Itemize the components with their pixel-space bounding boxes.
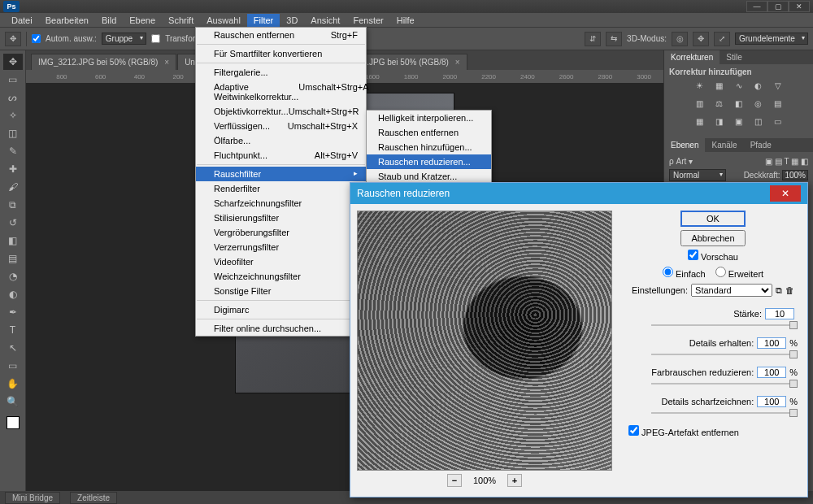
lookup-icon[interactable]: ▦ xyxy=(693,115,706,127)
type-tool[interactable]: T xyxy=(3,322,23,338)
shape-tool[interactable]: ▭ xyxy=(3,358,23,374)
document-tab[interactable]: IMG_3212.JPG bei 50% (RGB/8)× xyxy=(31,54,176,70)
close-tab-icon[interactable]: × xyxy=(164,58,169,67)
filter-menu-item[interactable]: Verflüssigen...Umschalt+Strg+X xyxy=(196,119,366,133)
preview-checkbox-label[interactable]: Vorschau xyxy=(688,250,738,262)
magic-wand-tool[interactable]: ✧ xyxy=(3,107,23,124)
tab-timeline[interactable]: Zeitleiste xyxy=(70,492,117,504)
curves-icon[interactable]: ∿ xyxy=(733,80,746,91)
filter-menu-item[interactable]: Sonstige Filter xyxy=(196,284,366,298)
auto-select-target-dropdown[interactable]: Gruppe xyxy=(102,33,146,45)
h-align-icon[interactable]: ⇆ xyxy=(606,32,622,46)
filter-menu-item[interactable]: Stilisierungsfilter xyxy=(196,211,366,225)
close-button[interactable]: ✕ xyxy=(789,1,810,12)
gradient-map-icon[interactable]: ▭ xyxy=(772,115,785,127)
auto-select-checkbox[interactable] xyxy=(32,34,41,43)
tab-minibridge[interactable]: Mini Bridge xyxy=(5,492,60,504)
filter-menu-item[interactable]: Vergröberungsfilter xyxy=(196,225,366,240)
ok-button[interactable]: OK xyxy=(680,211,746,227)
dialog-titlebar[interactable]: Rauschen reduzieren ✕ xyxy=(350,183,807,204)
eraser-tool[interactable]: ◧ xyxy=(3,232,23,249)
tab-styles[interactable]: Stile xyxy=(720,50,748,64)
stamp-tool[interactable]: ⧉ xyxy=(3,197,23,213)
brightness-icon[interactable]: ☀ xyxy=(693,80,706,91)
menu-ebene[interactable]: Ebene xyxy=(123,14,162,27)
mode-simple-radio[interactable]: Einfach xyxy=(663,267,706,279)
menu-datei[interactable]: Datei xyxy=(5,14,39,27)
filter-menu-item[interactable]: Rauschfilter xyxy=(196,167,366,181)
slider-thumb[interactable] xyxy=(789,350,798,358)
menu-hilfe[interactable]: Hilfe xyxy=(390,14,421,27)
menu-ansicht[interactable]: Ansicht xyxy=(304,14,346,27)
exposure-icon[interactable]: ◐ xyxy=(752,80,765,91)
zoom-tool[interactable]: 🔍 xyxy=(3,393,23,410)
filter-menu-item[interactable]: Filtergalerie... xyxy=(196,65,366,80)
dialog-close-button[interactable]: ✕ xyxy=(770,185,801,202)
save-preset-icon[interactable]: ⧉ xyxy=(776,285,782,296)
marquee-tool[interactable]: ▭ xyxy=(3,72,23,88)
filter-menu-item[interactable]: Filter online durchsuchen... xyxy=(196,321,366,336)
slider-thumb[interactable] xyxy=(789,409,798,417)
path-tool[interactable]: ↖ xyxy=(3,340,23,356)
photo-filter-icon[interactable]: ◎ xyxy=(752,98,765,109)
mode-advanced-radio[interactable]: Erweitert xyxy=(715,267,763,279)
filter-menu-item[interactable]: Adaptive Weitwinkelkorrektur...Umschalt+… xyxy=(196,80,366,104)
transform-controls-checkbox[interactable] xyxy=(151,34,160,43)
noise-submenu-item[interactable]: Rauschen hinzufügen... xyxy=(367,140,491,154)
slider-value-input[interactable] xyxy=(757,367,786,378)
slider-track[interactable] xyxy=(651,412,798,414)
filter-menu-item[interactable]: Digimarc xyxy=(196,302,366,317)
slider-thumb[interactable] xyxy=(789,380,798,388)
vibrance-icon[interactable]: ▽ xyxy=(772,80,785,91)
invert-icon[interactable]: ◨ xyxy=(713,115,726,127)
noise-submenu-item[interactable]: Helligkeit interpolieren... xyxy=(367,111,491,125)
foreground-swatch[interactable] xyxy=(7,416,20,429)
slider-track[interactable] xyxy=(651,354,798,355)
slider-value-input[interactable] xyxy=(765,308,794,319)
menu-schrift[interactable]: Schrift xyxy=(162,14,200,27)
move-tool[interactable]: ✥ xyxy=(3,54,23,70)
filter-menu-item[interactable]: Für Smartfilter konvertieren xyxy=(196,46,366,61)
v-align-icon[interactable]: ⇵ xyxy=(585,32,601,46)
opacity-input[interactable]: 100% xyxy=(782,170,808,180)
filter-menu-item[interactable]: Weichzeichnungsfilter xyxy=(196,269,366,284)
bw-icon[interactable]: ◧ xyxy=(733,98,746,109)
menu-bild[interactable]: Bild xyxy=(95,14,123,27)
eyedropper-tool[interactable]: ✎ xyxy=(3,143,23,159)
move-tool-icon[interactable]: ✥ xyxy=(5,32,21,46)
slider-track[interactable] xyxy=(651,383,798,385)
posterize-icon[interactable]: ▣ xyxy=(733,115,746,127)
threshold-icon[interactable]: ◫ xyxy=(752,115,765,127)
preview-checkbox[interactable] xyxy=(688,250,698,260)
levels-icon[interactable]: ▦ xyxy=(713,80,726,91)
zoom-in-button[interactable]: + xyxy=(507,474,522,487)
hue-icon[interactable]: ▥ xyxy=(693,98,706,109)
slider-thumb[interactable] xyxy=(789,321,798,329)
brush-tool[interactable]: 🖌 xyxy=(3,179,23,195)
slider-value-input[interactable] xyxy=(757,337,786,349)
delete-preset-icon[interactable]: 🗑 xyxy=(785,285,794,295)
history-brush-tool[interactable]: ↺ xyxy=(3,215,23,231)
pen-tool[interactable]: ✒ xyxy=(3,304,23,320)
settings-dropdown[interactable]: Standard xyxy=(691,284,772,297)
balance-icon[interactable]: ⚖ xyxy=(713,98,726,109)
layer-filter-icons[interactable]: ▣ ▤ T ▦ ◧ xyxy=(765,157,808,166)
filter-menu-item[interactable]: Scharfzeichnungsfilter xyxy=(196,196,366,211)
lasso-tool[interactable]: ᔕ xyxy=(3,89,23,106)
menu-3d[interactable]: 3D xyxy=(280,14,304,27)
minimize-button[interactable]: — xyxy=(746,1,767,12)
blend-mode-dropdown[interactable]: Normal xyxy=(669,169,726,181)
noise-submenu-item[interactable]: Rauschen reduzieren... xyxy=(367,154,491,169)
filter-menu-item[interactable]: Verzerrungsfilter xyxy=(196,240,366,254)
crop-tool[interactable]: ◫ xyxy=(3,125,23,141)
filter-menu-item[interactable]: Ölfarbe... xyxy=(196,133,366,148)
slider-value-input[interactable] xyxy=(757,396,786,407)
remove-jpeg-checkbox-label[interactable]: JPEG-Artefakt entfernen xyxy=(628,428,739,437)
filter-menu-item[interactable]: Renderfilter xyxy=(196,181,366,196)
zoom3d-icon[interactable]: ⤢ xyxy=(714,32,730,46)
heal-tool[interactable]: ✚ xyxy=(3,161,23,177)
tab-paths[interactable]: Pfade xyxy=(744,138,778,152)
gradient-tool[interactable]: ▤ xyxy=(3,250,23,267)
menu-fenster[interactable]: Fenster xyxy=(346,14,389,27)
orbit-icon[interactable]: ◎ xyxy=(672,32,688,46)
